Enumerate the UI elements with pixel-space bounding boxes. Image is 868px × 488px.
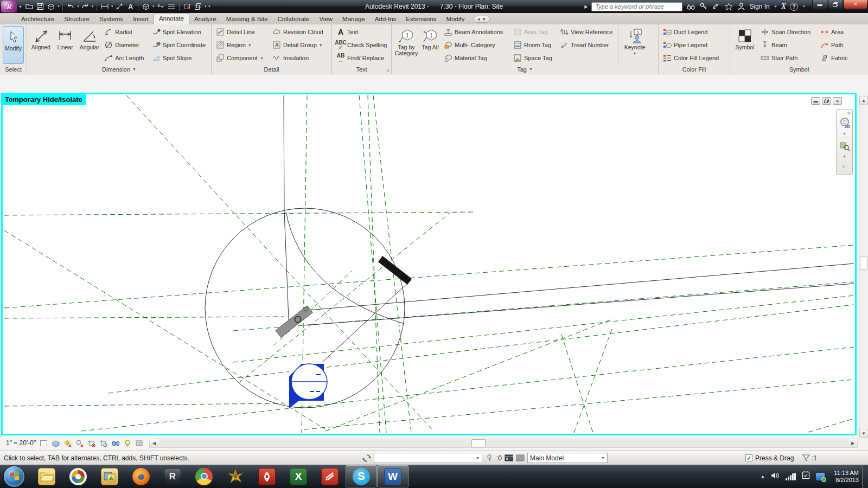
show-desktop-button[interactable]	[862, 465, 868, 488]
taskbar-firefox-icon[interactable]	[125, 465, 157, 487]
area-symbol-button[interactable]: Area	[819, 26, 851, 38]
tab-structure[interactable]: Structure	[59, 14, 94, 24]
section-icon[interactable]	[155, 1, 166, 12]
design-options-secondary-icon[interactable]	[516, 454, 525, 463]
undo-dropdown-icon[interactable]: ▼	[76, 5, 80, 8]
taskbar-skype-icon[interactable]: S	[346, 465, 377, 487]
arc-length-button[interactable]: Arc Length	[103, 52, 148, 65]
press-drag-control[interactable]: ✓ Press & Drag	[745, 454, 794, 462]
taskbar-excel-icon[interactable]: X	[283, 465, 314, 487]
clock[interactable]: 11:13 AM 8/2/2013	[834, 470, 859, 484]
action-center-icon[interactable]	[802, 471, 810, 481]
aligned-dimension-icon[interactable]	[99, 1, 110, 12]
exchange-apps-icon[interactable]: X	[781, 2, 786, 11]
start-button[interactable]	[4, 466, 24, 487]
press-drag-checkbox[interactable]: ✓	[745, 454, 752, 461]
room-tag-button[interactable]: Room Tag	[512, 39, 556, 52]
diameter-button[interactable]: Diameter	[103, 39, 148, 52]
structural-element-gray[interactable]	[276, 306, 312, 337]
keynote-dropdown-icon[interactable]: ▼	[633, 50, 637, 56]
tab-annotate[interactable]: Annotate	[154, 13, 189, 24]
vertical-scroll-thumb[interactable]	[860, 256, 867, 270]
switch-windows-dropdown-icon[interactable]: ▼	[204, 5, 207, 8]
taskbar-media-burst-icon[interactable]	[220, 465, 251, 487]
find-replace-button[interactable]: AB↔Find/ Replace	[335, 52, 388, 65]
scroll-left-button[interactable]: ◀	[150, 439, 158, 447]
detail-line-button[interactable]: Detail Line	[214, 26, 269, 38]
text-panel-expander-icon[interactable]: ↘	[386, 68, 390, 73]
default-3d-view-icon[interactable]	[141, 1, 151, 12]
worksets-icon[interactable]	[362, 454, 371, 463]
restore-button[interactable]	[828, 0, 843, 9]
beam-annotations-button[interactable]: Beam Annotations	[442, 26, 509, 38]
close-hidden-windows-icon[interactable]	[182, 1, 193, 12]
component-dropdown-icon[interactable]: ▼	[260, 56, 264, 60]
angular-button[interactable]: Angular	[77, 25, 101, 65]
tab-architecture[interactable]: Architecture	[16, 14, 59, 24]
sun-path-icon[interactable]	[63, 439, 72, 447]
detail-group-button[interactable]: ADetail Group▼	[271, 39, 328, 52]
tab-add-ins[interactable]: Add-Ins	[370, 14, 401, 24]
redo-dropdown-icon[interactable]: ▼	[91, 5, 94, 8]
vertical-scrollbar[interactable]: ▲ ▼	[859, 96, 868, 438]
switch-windows-icon[interactable]	[193, 1, 203, 12]
analytical-model-icon[interactable]	[135, 439, 143, 447]
redo-icon[interactable]	[80, 1, 91, 12]
spot-slope-button[interactable]: Spot Slope	[150, 52, 208, 65]
tab-analyze[interactable]: Analyze	[189, 14, 221, 24]
drawing-view-window[interactable]: Temporary Hide/Isolate	[1, 93, 857, 435]
view-reference-button[interactable]: (1)View Reference	[558, 26, 616, 38]
space-tag-button[interactable]: Space Tag	[512, 52, 556, 65]
taskbar-photo-viewer-icon[interactable]	[94, 465, 125, 487]
tab-systems[interactable]: Systems	[94, 14, 128, 24]
3d-view-dropdown-icon[interactable]: ▼	[152, 5, 155, 8]
aligned-button[interactable]: Aligned	[29, 25, 53, 65]
panel-tag-dropdown-icon[interactable]: ▼	[529, 67, 533, 71]
tab-modify[interactable]: Modify	[442, 14, 470, 24]
sync-with-central-icon[interactable]	[46, 1, 56, 12]
horizontal-scrollbar[interactable]: ◀ ▶	[149, 439, 858, 448]
pipe-legend-button[interactable]: Pipe Legend	[661, 39, 726, 52]
tab-massing-site[interactable]: Massing & Site	[221, 14, 273, 24]
navbar-collapse-icon[interactable]: ⊖	[842, 164, 846, 169]
communication-center-icon[interactable]	[712, 2, 720, 11]
fabric-button[interactable]: Fabric	[819, 52, 851, 65]
tab-insert[interactable]: Insert	[128, 14, 154, 24]
text-button[interactable]: AText	[335, 26, 388, 38]
sign-in-person-icon[interactable]	[737, 2, 745, 11]
sign-in-label[interactable]: Sign In	[749, 3, 769, 10]
span-direction-button[interactable]: Span Direction	[759, 26, 816, 38]
design-options-icon[interactable]	[505, 454, 513, 463]
workset-dropdown[interactable]: ▼	[374, 453, 482, 463]
taskbar-windows-explorer-icon[interactable]	[31, 465, 62, 487]
favorites-star-icon[interactable]	[724, 2, 733, 11]
detail-group-dropdown-icon[interactable]: ▼	[319, 43, 323, 47]
show-hidden-icons-button[interactable]: ▲	[760, 474, 765, 479]
panel-dimension-dropdown-icon[interactable]: ▼	[132, 67, 136, 71]
minimize-button[interactable]: ▬	[812, 0, 827, 9]
multi-category-button[interactable]: Multi- Category	[442, 39, 509, 52]
linear-button[interactable]: Linear	[53, 25, 78, 65]
dropbox-icon[interactable]	[816, 473, 825, 480]
tab-view[interactable]: View	[314, 14, 337, 24]
save-icon[interactable]	[35, 1, 46, 12]
path-symbol-button[interactable]: Path	[819, 39, 851, 52]
drawing-canvas[interactable]	[3, 94, 855, 434]
visual-style-icon[interactable]	[52, 439, 60, 447]
modify-button[interactable]: Modify	[3, 26, 24, 64]
section-marker-blue[interactable]	[289, 364, 327, 408]
navbar-close-icon[interactable]: ⊗	[847, 111, 851, 115]
thin-lines-icon[interactable]	[166, 1, 177, 12]
selection-filter[interactable]: :1	[802, 454, 817, 463]
horizontal-scroll-thumb[interactable]	[471, 439, 486, 447]
spot-elevation-button[interactable]: Spot Elevation	[150, 26, 208, 38]
tab-manage[interactable]: Manage	[337, 14, 370, 24]
tag-by-category-button[interactable]: 1 Tag by Category	[393, 25, 419, 65]
reveal-hidden-elements-icon[interactable]	[123, 439, 131, 447]
scroll-down-button[interactable]: ▼	[859, 429, 868, 438]
measure-icon[interactable]	[114, 1, 125, 12]
revit-app-menu-button[interactable]: R	[1, 1, 17, 12]
material-tag-button[interactable]: Material Tag	[442, 52, 509, 65]
scroll-up-button[interactable]: ▲	[859, 96, 868, 105]
panel-dimension-label[interactable]: Dimension	[102, 66, 130, 73]
